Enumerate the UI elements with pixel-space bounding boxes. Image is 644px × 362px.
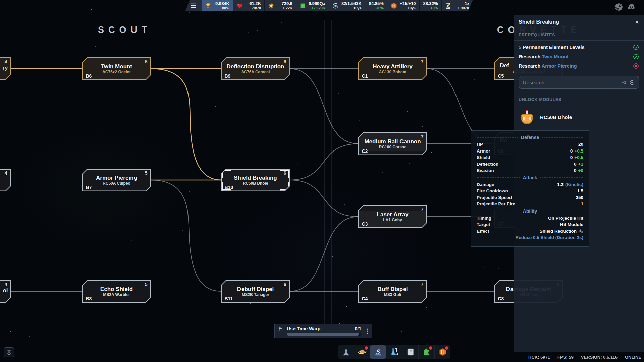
- prerequisite-item: Research Armor Piercing: [519, 61, 639, 71]
- stats-section-header: Ability: [477, 207, 583, 215]
- bottom-toolbar: [338, 345, 450, 359]
- stat-row: HP20: [477, 141, 583, 148]
- resource-research-pct[interactable]: 84.85%+0%: [365, 0, 387, 11]
- stat-row: Reduce 0.5 Shield (Duration 2s): [477, 234, 583, 241]
- stat-value: 350: [576, 194, 583, 201]
- node-title: Shield Breaking: [234, 175, 277, 181]
- resource-research[interactable]: 82/1.543K10y+: [329, 0, 365, 11]
- research-input-field[interactable]: [522, 79, 620, 86]
- stat-row: Shield0+0.5: [477, 154, 583, 161]
- research-input[interactable]: -1: [519, 76, 639, 89]
- orbit-icon: [332, 2, 339, 9]
- chat-button[interactable]: [4, 347, 14, 357]
- kebab-menu-icon[interactable]: [367, 328, 369, 335]
- node-level-badge: 7: [421, 282, 424, 287]
- tech-node-c1[interactable]: Heavy ArtilleryAC130 Bobcat7C1: [358, 57, 427, 80]
- selection-bracket: [222, 170, 231, 178]
- node-level-badge: 7: [421, 134, 424, 139]
- stat-bonus: +1: [578, 161, 583, 168]
- tech-node-b8[interactable]: Echo ShieldMS2A Warbler5B8: [82, 280, 151, 303]
- toolbar-research-button[interactable]: [370, 345, 386, 359]
- toolbar-modules-button[interactable]: [418, 345, 434, 359]
- toolbar-lab-button[interactable]: [386, 345, 402, 359]
- online-status: ONLINE: [625, 355, 641, 360]
- discord-icon[interactable]: [627, 3, 636, 11]
- steam-icon[interactable]: [614, 3, 623, 11]
- stat-label: Projectile Speed: [477, 194, 512, 201]
- node-title: Debuff Dispel: [237, 286, 274, 292]
- stat-bonus: +0.5: [574, 148, 583, 155]
- toolbar-fleet-button[interactable]: [338, 345, 354, 359]
- stat-value: 1: [581, 201, 583, 207]
- status-bar: TICK: 6971 FPS: 59 VERSION: 0.6.116 ONLI…: [528, 355, 641, 360]
- tech-node-partial[interactable]: 4: [0, 169, 11, 191]
- node-code: C8: [498, 296, 504, 301]
- close-icon[interactable]: ×: [635, 19, 639, 25]
- heart-icon: [236, 2, 243, 9]
- node-title: Twin Mount: [101, 63, 132, 70]
- resource-subvalue: 10y+: [341, 6, 362, 10]
- node-level-badge: 7: [421, 59, 424, 64]
- tech-node-b9[interactable]: Deflection DisruptionAC76A Caracal6B9: [221, 57, 290, 80]
- prereq-link[interactable]: Armor Piercing: [542, 63, 577, 69]
- stat-bonus: +0.5: [574, 154, 583, 161]
- damage-type: (Kinetic): [565, 181, 583, 188]
- resource-value: 1x: [454, 1, 470, 6]
- tech-node-b11[interactable]: Debuff DispelMS2B Tanager6B11: [221, 280, 290, 303]
- resource-element[interactable]: +15/+1010y+: [387, 0, 419, 11]
- stat-label: Evasion: [477, 167, 494, 174]
- resource-timewarp[interactable]: 1x1.907K: [441, 0, 473, 11]
- stat-value: 0+0.5: [570, 154, 583, 161]
- node-title: Deflection Disruption: [227, 63, 284, 70]
- x-circle-icon: [633, 63, 639, 69]
- stat-row: Armor0+0.5: [477, 148, 583, 155]
- toolbar-planet-button[interactable]: [354, 345, 370, 359]
- node-code: B8: [86, 296, 92, 301]
- tech-node-c2[interactable]: Medium Rail CannonRC100 Corsac7C2: [358, 132, 427, 155]
- stat-value: 0+0: [574, 167, 583, 174]
- resource-trophy[interactable]: 9.984K80%: [201, 0, 233, 11]
- resource-damage[interactable]: 729.61.22K: [264, 0, 296, 11]
- burst-icon: [268, 2, 275, 9]
- tech-node-b10[interactable]: Shield BreakingRC50B Dhole6B10: [221, 169, 290, 191]
- resource-value: 82/1.543K: [341, 1, 362, 6]
- resource-subvalue: 70/70: [246, 6, 261, 10]
- node-subtitle: RC100 Corsac: [379, 145, 406, 149]
- time-warp-widget[interactable]: Use Time Warp 0/1: [274, 324, 372, 338]
- node-title: Laser Array: [377, 211, 409, 218]
- prereq-link[interactable]: Twin Mount: [542, 54, 568, 59]
- tech-node-partial[interactable]: ry4: [0, 57, 11, 80]
- module-name: RC50B Dhole: [540, 114, 572, 120]
- toolbar-elements-button[interactable]: [434, 345, 450, 359]
- flag-icon: [278, 326, 283, 331]
- resource-element-pct[interactable]: 88.32%+0%: [419, 0, 441, 11]
- tech-node-b7[interactable]: Armor PiercingRC50A Culpeo5B7: [82, 169, 151, 191]
- stats-section-header: Attack: [477, 174, 583, 181]
- node-title: Def: [500, 62, 509, 69]
- node-level-badge: 4: [5, 170, 7, 176]
- prerequisite-text: 5 Permanent Element Levels: [519, 45, 585, 50]
- toolbar-log-button[interactable]: [402, 345, 418, 359]
- stats-section-header: Defense: [477, 134, 583, 141]
- selection-bracket: [280, 182, 289, 191]
- stat-value: Reduce 0.5 Shield (Duration 2s): [515, 234, 583, 241]
- node-title: Armor Piercing: [96, 175, 137, 181]
- resource-resources[interactable]: 9.999Qa+2.929K: [296, 0, 329, 11]
- node-subtitle: RC50A Culpeo: [103, 181, 130, 186]
- microscope-icon: [374, 348, 383, 356]
- node-level-badge: 6: [284, 59, 286, 64]
- prereq-link[interactable]: 5: [519, 45, 523, 50]
- notification-dot: [364, 346, 368, 350]
- tech-node-c4[interactable]: Buff DispelMS3 Guli7C4: [358, 280, 427, 303]
- stat-label: Deflection: [477, 161, 498, 168]
- resource-value: 729.6: [277, 1, 292, 6]
- hourglass-icon: [445, 2, 452, 9]
- stat-value: 0+0.5: [570, 148, 583, 155]
- unlock-module-item[interactable]: RC50B Dhole: [519, 105, 639, 129]
- resource-health[interactable]: 61.2K70/70: [233, 0, 264, 11]
- time-warp-progress-bar: [287, 333, 361, 336]
- tech-node-c3[interactable]: Laser ArrayLA1 Goby7C3: [358, 205, 427, 228]
- tech-node-partial[interactable]: ol4: [0, 280, 11, 303]
- ship-icon: [342, 348, 351, 356]
- tech-node-b6[interactable]: Twin MountAC76x2 Ocelot5B6: [82, 57, 151, 80]
